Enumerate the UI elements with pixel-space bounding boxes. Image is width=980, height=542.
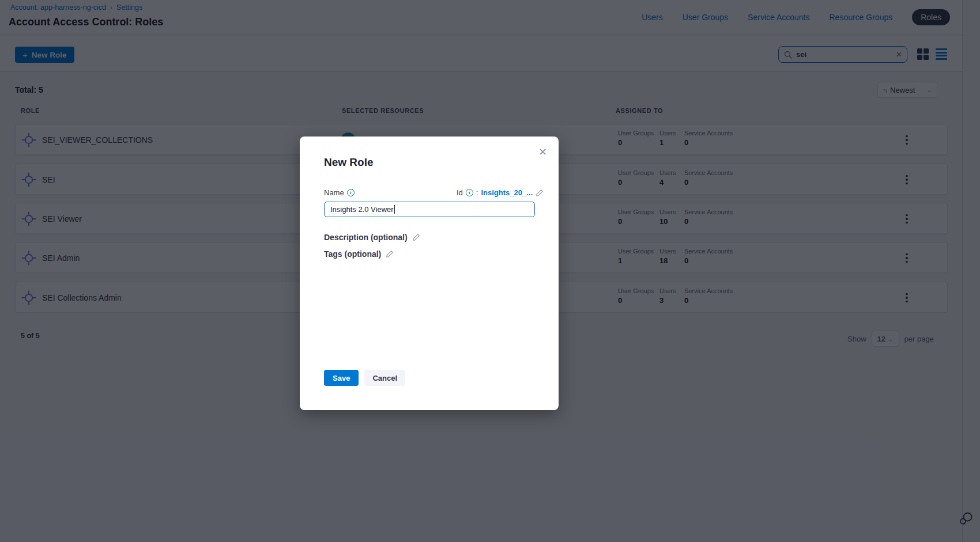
id-group: Id i : Insights_20_... — [457, 188, 544, 197]
id-colon: : — [476, 188, 478, 197]
id-label-text: Id — [457, 188, 463, 197]
edit-description-pencil-icon[interactable] — [412, 233, 420, 241]
close-icon[interactable]: ✕ — [538, 146, 547, 158]
name-label-text: Name — [324, 188, 344, 197]
info-icon[interactable]: i — [347, 189, 355, 196]
name-id-row: Name i Id i : Insights_20_... — [324, 188, 544, 197]
modal-title: New Role — [324, 156, 374, 169]
save-button[interactable]: Save — [324, 370, 359, 386]
roles-page: Account: app-harness-ng-cicd › Settings … — [0, 0, 980, 542]
new-role-modal: ✕ New Role Name i Id i : Insights_20_...… — [300, 137, 559, 410]
role-id-value[interactable]: Insights_20_... — [481, 188, 533, 197]
tags-toggle[interactable]: Tags (optional) — [324, 249, 394, 259]
edit-tags-pencil-icon[interactable] — [386, 250, 394, 258]
name-field-label: Name i — [324, 188, 355, 197]
text-caret — [394, 205, 395, 214]
cancel-button[interactable]: Cancel — [364, 370, 405, 386]
tags-label: Tags (optional) — [324, 249, 381, 259]
description-toggle[interactable]: Description (optional) — [324, 233, 420, 242]
role-name-input[interactable]: Insights 2.0 Viewer — [324, 202, 535, 217]
edit-id-pencil-icon[interactable] — [536, 189, 544, 197]
description-label: Description (optional) — [324, 233, 408, 242]
role-name-input-value: Insights 2.0 Viewer — [330, 205, 394, 214]
info-icon[interactable]: i — [466, 189, 473, 196]
modal-actions: Save Cancel — [324, 370, 405, 386]
